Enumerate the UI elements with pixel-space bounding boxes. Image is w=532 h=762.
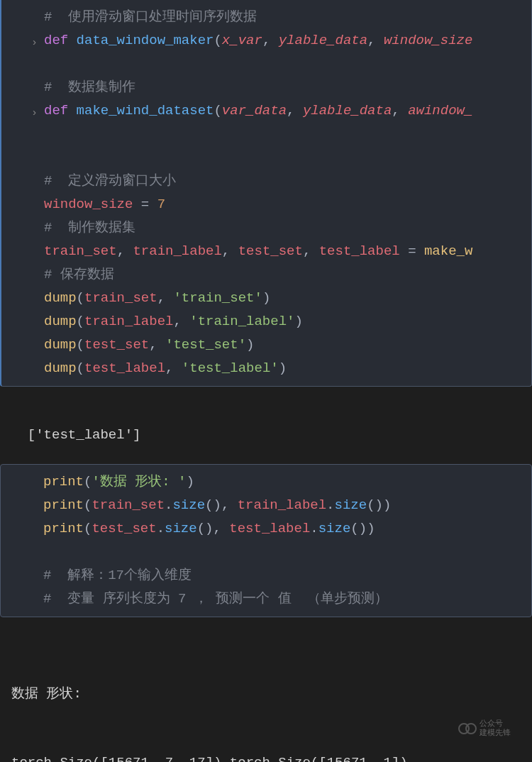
wechat-icon: [458, 719, 475, 736]
code-line-def[interactable]: ›def data_window_maker(x_var, ylable_dat…: [1, 29, 531, 53]
string: 'train_label': [189, 310, 294, 333]
arg: test_set: [84, 333, 149, 356]
param: window_size: [384, 29, 472, 52]
paren: (: [214, 99, 221, 122]
paren: (: [84, 494, 92, 517]
code-line[interactable]: dump(test_label, 'test_label'): [1, 357, 531, 380]
code-line[interactable]: # 变量 序列长度为 7 ， 预测一个 值 （单步预测）: [1, 587, 531, 611]
code-line-empty[interactable]: [1, 541, 531, 564]
method: size: [165, 517, 197, 540]
code-cell-1[interactable]: # 使用滑动窗口处理时间序列数据 ›def data_window_maker(…: [0, 0, 532, 387]
watermark-top: 公众号: [480, 719, 511, 728]
code-line[interactable]: train_set, train_label, test_set, test_l…: [1, 240, 531, 263]
comma: ,: [117, 240, 133, 263]
paren: (: [77, 357, 84, 380]
function-call: print: [43, 470, 84, 493]
method: size: [335, 494, 367, 517]
output-text: ['test_label']: [28, 427, 141, 443]
output-cell-2: 数据 形状: torch.Size([15671, 7, 17]) torch.…: [0, 629, 532, 762]
method: size: [172, 494, 205, 517]
keyword-def: def: [44, 29, 77, 52]
code-line[interactable]: print('数据 形状: '): [1, 470, 531, 494]
code-line[interactable]: window_size = 7: [1, 193, 531, 216]
dot: .: [165, 494, 172, 517]
paren: (: [77, 333, 84, 356]
param: awindow_: [408, 99, 472, 122]
comment: # 定义滑动窗口大小: [44, 170, 176, 192]
comma: ,: [222, 240, 238, 263]
paren: (: [84, 470, 92, 493]
code-line[interactable]: # 保存数据: [1, 263, 531, 287]
function-call: dump: [44, 310, 77, 333]
code-line[interactable]: dump(train_label, 'train_label'): [1, 310, 531, 333]
dot: .: [326, 494, 334, 517]
parens: (): [367, 494, 383, 517]
arg: test_label: [84, 357, 165, 380]
comma: ,: [392, 99, 408, 122]
variable: test_label: [229, 517, 310, 540]
output-line: 数据 形状:: [11, 683, 521, 705]
code-line-empty[interactable]: [1, 123, 531, 146]
comment: # 使用滑动窗口处理时间序列数据: [44, 6, 257, 28]
output-cell-1: ['test_label']: [0, 398, 532, 450]
comment: # 数据集制作: [44, 76, 135, 99]
operator: =: [400, 240, 424, 263]
parens: (): [350, 517, 367, 540]
variable: train_set: [92, 494, 165, 517]
code-line[interactable]: print(train_set.size(), train_label.size…: [1, 494, 531, 517]
paren: (: [77, 310, 84, 333]
code-line[interactable]: print(test_set.size(), test_label.size()…: [1, 517, 531, 541]
parens: (): [197, 517, 214, 540]
code-line[interactable]: # 解释：17个输入维度: [1, 564, 531, 587]
function-call: make_w: [424, 240, 472, 263]
comma: ,: [165, 357, 182, 380]
code-line-def[interactable]: ›def make_wind_dataset(var_data, ylable_…: [1, 99, 531, 123]
function-name: data_window_maker: [77, 29, 214, 52]
code-line-empty[interactable]: [1, 146, 531, 170]
fold-icon[interactable]: ›: [31, 104, 38, 123]
comma: ,: [287, 99, 303, 122]
function-call: dump: [44, 287, 77, 309]
paren: ): [279, 357, 287, 380]
paren: ): [246, 333, 254, 356]
code-line-empty[interactable]: [1, 53, 531, 76]
paren: ): [367, 517, 375, 540]
function-call: dump: [44, 357, 77, 380]
code-cell-2[interactable]: print('数据 形状: ') print(train_set.size(),…: [0, 464, 532, 617]
keyword-def: def: [44, 99, 77, 122]
code-line[interactable]: # 制作数据集: [1, 216, 531, 240]
param: x_var: [222, 29, 262, 52]
comma: ,: [303, 240, 319, 263]
variable: test_set: [238, 240, 303, 263]
string: 'test_set': [165, 333, 246, 356]
parens: (): [205, 494, 221, 517]
watermark-bottom: 建模先锋: [480, 728, 511, 737]
param: ylable_data: [303, 99, 392, 122]
param: var_data: [222, 99, 287, 122]
code-line[interactable]: dump(test_set, 'test_set'): [1, 333, 531, 357]
comment: # 制作数据集: [44, 216, 135, 239]
variable: window_size: [44, 193, 133, 216]
watermark: 公众号 建模先锋: [458, 719, 511, 737]
code-line[interactable]: # 数据集制作: [1, 76, 531, 99]
comma: ,: [173, 310, 189, 333]
output-line: torch.Size([15671, 7, 17]) torch.Size([1…: [11, 751, 521, 762]
number: 7: [157, 193, 165, 216]
comma: ,: [367, 29, 384, 52]
paren: (: [214, 29, 221, 52]
fold-icon[interactable]: ›: [31, 34, 38, 53]
dot: .: [310, 517, 318, 540]
comma: ,: [262, 29, 279, 52]
function-call: print: [43, 517, 84, 540]
code-line[interactable]: # 使用滑动窗口处理时间序列数据: [1, 6, 531, 29]
comma: ,: [149, 333, 165, 356]
code-line[interactable]: # 定义滑动窗口大小: [1, 170, 531, 193]
method: size: [318, 517, 351, 540]
arg: train_label: [84, 310, 173, 333]
function-name: make_wind_dataset: [77, 99, 214, 122]
variable: test_label: [319, 240, 400, 263]
code-line[interactable]: dump(train_set, 'train_set'): [1, 287, 531, 310]
variable: train_label: [133, 240, 221, 263]
comma: ,: [221, 494, 238, 517]
comment: # 变量 序列长度为 7 ， 预测一个 值 （单步预测）: [43, 587, 388, 610]
